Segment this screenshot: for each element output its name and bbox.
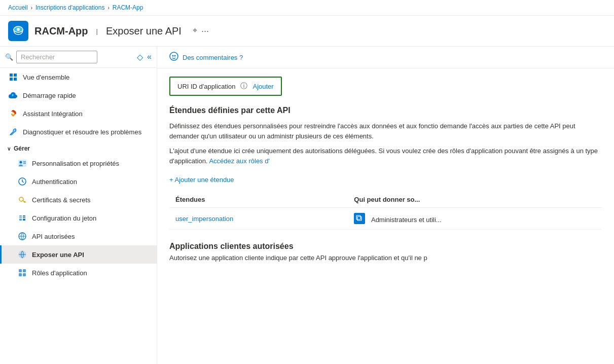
sidebar: 🔍 ◇ « Vue d'ensemble Démarrage rapide [0,47,157,364]
svg-point-31 [170,52,178,60]
feedback-icon [169,52,178,63]
feedback-link[interactable]: Des commentaires ? [183,54,243,61]
person-card-icon [18,159,27,168]
sidebar-item-expose-api[interactable]: Exposer une API [0,245,157,264]
sidebar-item-diagnose-label: Diagnostiquer et résoudre les problèmes [23,128,141,136]
content-body: URI ID d'application ⓘ Ajouter Étendues … [157,68,614,270]
svg-point-32 [172,55,174,57]
uri-add-button[interactable]: Ajouter [252,83,273,90]
scopes-desc-2-link[interactable]: Accédez aux rôles d' [209,157,270,165]
cloud-icon [9,91,18,100]
uri-box: URI ID d'application ⓘ Ajouter [169,77,282,96]
header-actions: ⌖ ··· [193,26,209,37]
sidebar-item-token-label: Configuration du jeton [32,214,96,222]
uri-label: URI ID d'application [177,83,235,90]
main-layout: 🔍 ◇ « Vue d'ensemble Démarrage rapide [0,47,614,364]
add-scope-button[interactable]: + Ajouter une étendue [169,176,234,184]
sidebar-section-manage-label: Gérer [14,145,30,152]
content-area: Des commentaires ? URI ID d'application … [157,47,614,364]
scope-who-label: Administrateurs et utili... [371,216,442,224]
svg-rect-21 [23,216,25,217]
svg-rect-35 [356,215,360,220]
breadcrumb-accueil[interactable]: Accueil [8,4,28,11]
api-icon [18,232,27,241]
scope-link[interactable]: user_impersonation [175,215,233,223]
page-header: RACM-App | Exposer une API ⌖ ··· [0,16,614,47]
svg-line-8 [11,133,12,134]
sidebar-item-personalisation-label: Personnalisation et propriétés [32,160,119,167]
sidebar-item-roles-label: Rôles d'application [32,269,87,277]
breadcrumb-chevron-1: › [31,5,32,11]
svg-rect-18 [19,216,22,217]
sidebar-item-overview[interactable]: Vue d'ensemble [0,68,157,86]
app-title: RACM-App [34,25,88,37]
sidebar-item-quickstart[interactable]: Démarrage rapide [0,86,157,104]
sidebar-item-api-auth[interactable]: API autorisées [0,227,157,245]
search-icon: 🔍 [5,53,13,61]
scopes-table-body: user_impersonation Administrateurs et ut… [169,208,602,230]
sidebar-search-container: 🔍 ◇ « [0,47,157,68]
app-icon [8,21,28,41]
sidebar-item-token[interactable]: Configuration du jeton [0,209,157,227]
svg-point-14 [19,197,23,201]
collapse-icon[interactable]: « [147,52,152,62]
svg-point-7 [12,113,14,115]
key-icon [18,195,27,204]
svg-rect-22 [23,218,25,219]
svg-point-33 [174,55,176,57]
sidebar-section-manage[interactable]: ∨ Gérer [0,141,157,154]
diamond-icon[interactable]: ◇ [137,52,143,62]
sidebar-item-assistant[interactable]: Assistant Intégration [0,104,157,123]
sidebar-item-diagnose[interactable]: Diagnostiquer et résoudre les problèmes [0,123,157,141]
sidebar-item-authentication[interactable]: Authentification [0,172,157,191]
sidebar-item-authentication-label: Authentification [32,178,77,186]
svg-rect-3 [10,74,13,77]
scopes-title: Étendues définies par cette API [169,106,602,115]
scope-who-cell: Administrateurs et utili... [348,208,602,230]
copy-icon[interactable] [354,213,365,224]
apps-title: Applications clientes autorisées [169,242,602,251]
col-scopes: Étendues [169,192,348,208]
svg-rect-28 [23,269,26,272]
svg-rect-5 [10,78,13,81]
col-who: Qui peut donner so... [348,192,602,208]
sidebar-search-actions: ◇ « [137,52,152,62]
expose-icon [18,250,27,259]
grid-icon [9,72,18,82]
page-subtitle: Exposer une API [106,25,182,37]
title-separator: | [96,27,98,35]
svg-rect-30 [23,273,26,276]
wrench-icon [9,127,18,136]
scopes-desc-2: L'ajout d'une étendue ici crée uniquemen… [169,146,602,166]
sidebar-item-personalisation[interactable]: Personnalisation et propriétés [0,154,157,172]
roles-icon [18,268,27,277]
sidebar-item-api-auth-label: API autorisées [32,233,75,240]
sidebar-item-expose-api-label: Exposer une API [32,251,84,259]
auth-icon [18,177,27,186]
svg-rect-19 [19,218,22,219]
svg-rect-27 [19,269,22,272]
svg-rect-6 [14,78,17,81]
svg-rect-29 [19,273,22,276]
uri-info-icon[interactable]: ⓘ [240,82,247,91]
chevron-down-icon: ∨ [7,146,11,152]
search-input[interactable] [16,51,97,63]
svg-rect-34 [357,216,362,221]
scopes-table: Étendues Qui peut donner so... user_impe… [169,192,602,230]
sidebar-item-secrets[interactable]: Certificats & secrets [0,191,157,209]
breadcrumb-inscriptions[interactable]: Inscriptions d'applications [35,4,104,11]
more-options-icon[interactable]: ··· [201,26,209,37]
svg-point-10 [20,161,22,164]
token-icon [18,213,27,223]
pin-icon[interactable]: ⌖ [193,26,197,37]
scope-name-cell: user_impersonation [169,208,348,230]
sidebar-item-overview-label: Vue d'ensemble [23,74,69,81]
breadcrumb-racmapp[interactable]: RACM-App [113,4,143,11]
apps-desc: Autorisez une application cliente indiqu… [169,254,602,262]
table-row: user_impersonation Administrateurs et ut… [169,208,602,230]
rocket-icon [9,109,18,118]
sidebar-item-roles[interactable]: Rôles d'application [0,264,157,282]
content-toolbar: Des commentaires ? [157,47,614,68]
breadcrumb-chevron-2: › [107,5,109,11]
breadcrumb: Accueil › Inscriptions d'applications › … [0,0,614,16]
